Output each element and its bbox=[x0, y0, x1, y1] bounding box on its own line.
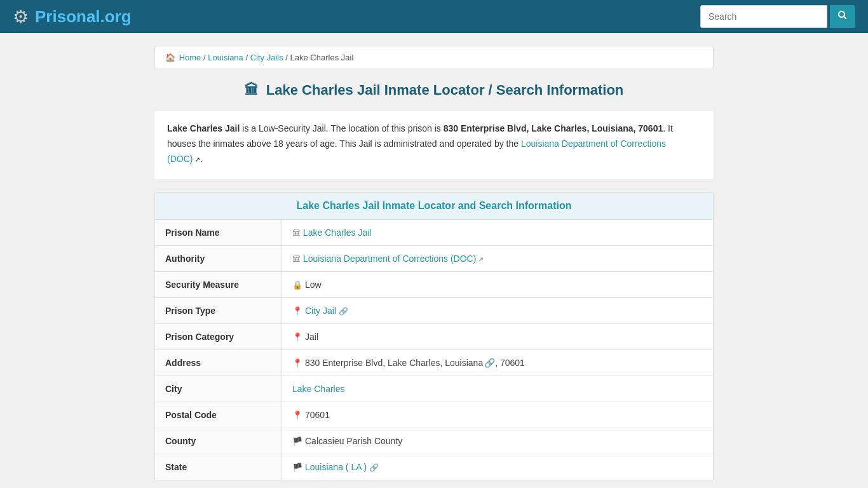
breadcrumb: 🏠 Home / Louisiana / City Jails / Lake C… bbox=[154, 46, 714, 69]
table-label: Prison Type bbox=[155, 298, 282, 324]
table-value: 🏛Lake Charles Jail bbox=[282, 220, 714, 246]
table-label: Address bbox=[155, 350, 282, 376]
louisiana-link[interactable]: 🔗 bbox=[484, 358, 495, 368]
svg-line-1 bbox=[844, 17, 847, 20]
home-icon: 🏠 bbox=[165, 53, 175, 62]
section-header: Lake Charles Jail Inmate Locator and Sea… bbox=[154, 192, 714, 220]
cell-icon: 📍 bbox=[292, 358, 302, 368]
logo-main-text: Prisonal bbox=[35, 7, 100, 26]
table-label: Prison Name bbox=[155, 220, 282, 246]
table-row: Prison Category📍Jail bbox=[155, 324, 714, 350]
table-label: Prison Category bbox=[155, 324, 282, 350]
breadcrumb-home[interactable]: Home bbox=[179, 53, 201, 62]
cell-link[interactable]: Lake Charles Jail bbox=[303, 227, 371, 238]
external-link-icon: ↗ bbox=[478, 255, 484, 263]
search-input[interactable] bbox=[700, 5, 827, 28]
cell-icon: 📍 bbox=[292, 410, 302, 420]
address-text: 830 Enterprise Blvd, Lake Charles, Louis… bbox=[305, 358, 483, 368]
cell-icon: 🏴 bbox=[292, 463, 302, 472]
cell-text: 70601 bbox=[305, 410, 330, 420]
table-value: 📍City Jail🔗 bbox=[282, 298, 714, 324]
cell-icon: 📍 bbox=[292, 306, 302, 316]
logo-ext-text: .org bbox=[100, 7, 132, 26]
breadcrumb-current: Lake Charles Jail bbox=[290, 53, 354, 62]
extra-icon: 🔗 bbox=[369, 463, 379, 472]
logo-icon: ⚙ bbox=[13, 6, 29, 27]
table-value: 🔒Low bbox=[282, 272, 714, 298]
cell-icon: 📍 bbox=[292, 332, 302, 342]
cell-link[interactable]: Louisiana Department of Corrections (DOC… bbox=[303, 254, 476, 264]
description-block: Lake Charles Jail is a Low-Security Jail… bbox=[154, 111, 714, 179]
table-label: County bbox=[155, 428, 282, 454]
table-label: Authority bbox=[155, 246, 282, 272]
cell-link[interactable]: City Jail bbox=[305, 306, 336, 316]
table-value: 📍Jail bbox=[282, 324, 714, 350]
prison-name-bold: Lake Charles Jail bbox=[167, 123, 240, 133]
table-row: Prison Type📍City Jail🔗 bbox=[155, 298, 714, 324]
cell-link[interactable]: Lake Charles bbox=[292, 384, 345, 394]
logo-area: ⚙ Prisonal.org bbox=[13, 6, 132, 27]
table-value: 🏛Louisiana Department of Corrections (DO… bbox=[282, 246, 714, 272]
page-title: 🏛 Lake Charles Jail Inmate Locator / Sea… bbox=[154, 82, 714, 98]
header: ⚙ Prisonal.org bbox=[0, 0, 868, 33]
cell-text: Low bbox=[305, 280, 322, 290]
table-value: 🏴Louisiana ( LA )🔗 bbox=[282, 454, 714, 480]
info-table: Prison Name🏛Lake Charles JailAuthority🏛L… bbox=[154, 220, 714, 480]
table-row: Security Measure🔒Low bbox=[155, 272, 714, 298]
search-area bbox=[700, 5, 855, 28]
cell-icon: 🏛 bbox=[292, 228, 301, 238]
search-icon bbox=[837, 10, 848, 20]
extra-icon: 🔗 bbox=[339, 307, 348, 316]
table-value: 🏴Calcasieu Parish County bbox=[282, 428, 714, 454]
cell-icon: 🏛 bbox=[292, 254, 301, 264]
table-label: Postal Code bbox=[155, 402, 282, 428]
table-value: Lake Charles bbox=[282, 376, 714, 402]
cell-icon: 🔒 bbox=[292, 280, 302, 290]
table-row: CityLake Charles bbox=[155, 376, 714, 402]
table-row: Authority🏛Louisiana Department of Correc… bbox=[155, 246, 714, 272]
search-button[interactable] bbox=[830, 5, 855, 28]
cell-icon: 🏴 bbox=[292, 437, 302, 446]
cell-link[interactable]: Louisiana ( LA ) bbox=[305, 462, 367, 472]
breadcrumb-louisiana[interactable]: Louisiana bbox=[208, 53, 243, 62]
table-value: 📍70601 bbox=[282, 402, 714, 428]
logo-text: Prisonal.org bbox=[35, 7, 132, 27]
cell-text: Jail bbox=[305, 332, 318, 342]
svg-point-0 bbox=[839, 11, 844, 17]
cell-text: Calcasieu Parish County bbox=[305, 436, 402, 446]
table-row: Postal Code📍70601 bbox=[155, 402, 714, 428]
table-label: State bbox=[155, 454, 282, 480]
table-row: Address📍830 Enterprise Blvd, Lake Charle… bbox=[155, 350, 714, 376]
table-label: Security Measure bbox=[155, 272, 282, 298]
content-wrapper: 🏠 Home / Louisiana / City Jails / Lake C… bbox=[148, 46, 720, 480]
address-bold: 830 Enterprise Blvd, Lake Charles, Louis… bbox=[444, 123, 663, 133]
breadcrumb-city-jails[interactable]: City Jails bbox=[250, 53, 283, 62]
building-icon: 🏛 bbox=[245, 82, 259, 98]
table-row: State🏴Louisiana ( LA )🔗 bbox=[155, 454, 714, 480]
table-row: County🏴Calcasieu Parish County bbox=[155, 428, 714, 454]
table-label: City bbox=[155, 376, 282, 402]
table-value: 📍830 Enterprise Blvd, Lake Charles, Loui… bbox=[282, 350, 714, 376]
table-row: Prison Name🏛Lake Charles Jail bbox=[155, 220, 714, 246]
